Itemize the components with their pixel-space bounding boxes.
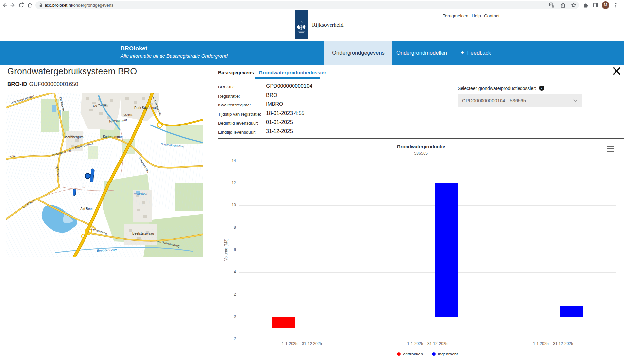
map-label: Ald Beets bbox=[80, 207, 94, 211]
reload-icon[interactable] bbox=[18, 2, 24, 8]
chart-context-menu-icon[interactable] bbox=[607, 146, 615, 153]
map-label: Park Suydervak bbox=[134, 106, 158, 110]
chart-gridline bbox=[239, 272, 616, 273]
back-icon[interactable] bbox=[2, 2, 8, 8]
site-header: Rijksoverheid Terugmelden Help Contact bbox=[0, 10, 624, 41]
map-label: Beetsterzwaag bbox=[132, 232, 154, 235]
translate-icon[interactable] bbox=[549, 2, 555, 8]
chart-gridline bbox=[239, 205, 616, 206]
map-label: Kortehemmen bbox=[103, 135, 123, 139]
y-axis-tick-label: 2 bbox=[223, 292, 236, 297]
field-label: Begintijd levensduur: bbox=[218, 121, 258, 125]
share-icon[interactable] bbox=[560, 2, 566, 8]
chart-subtitle: 536565 bbox=[218, 151, 624, 156]
legend-item-ingebracht[interactable]: ingebracht bbox=[432, 352, 458, 356]
bro-id-line: BRO-IDGUF000000001650 bbox=[7, 81, 78, 87]
x-axis-category-label: 1-1-2025 – 31-12-2025 bbox=[365, 341, 490, 346]
browser-menu-icon[interactable] bbox=[613, 2, 619, 8]
chart-bar-ingebracht[interactable] bbox=[560, 306, 583, 317]
field-value: 31-12-2025 bbox=[266, 128, 293, 134]
y-axis-tick-label: 10 bbox=[223, 203, 236, 207]
chevron-down-icon bbox=[573, 99, 577, 102]
x-axis-category-label: 1-1-2025 – 31-12-2025 bbox=[239, 341, 365, 346]
tab-grondwaterproductiedossier[interactable]: Grondwaterproductiedossier bbox=[259, 70, 326, 75]
chart-gridline bbox=[239, 339, 616, 339]
nav-tab-ondergrondmodellen[interactable]: Ondergrondmodellen bbox=[396, 41, 447, 65]
field-value: BRO bbox=[266, 92, 277, 98]
tab-basisgegevens[interactable]: Basisgegevens bbox=[218, 70, 254, 75]
lock-icon bbox=[39, 3, 43, 7]
tab-row-border bbox=[218, 79, 624, 79]
y-axis-tick-label: 8 bbox=[223, 225, 236, 230]
y-axis-tick-label: 0 bbox=[223, 314, 236, 319]
brand-tagline: Alle informatie uit de Basisregistratie … bbox=[121, 53, 228, 59]
field-label: BRO-ID: bbox=[218, 85, 235, 89]
header-link-contact[interactable]: Contact bbox=[484, 13, 500, 18]
bookmark-star-icon[interactable] bbox=[571, 2, 577, 8]
profile-avatar[interactable]: M bbox=[602, 1, 609, 9]
y-axis-title: Volume (M3) bbox=[224, 230, 228, 269]
map-label: Boornbergum bbox=[64, 135, 84, 139]
url-path: /ondergrondgegevens bbox=[72, 3, 114, 8]
field-label: Registratie: bbox=[218, 94, 240, 99]
chart-title: Grondwaterproductie bbox=[218, 144, 624, 149]
url-text: acc.broloket.nl/ondergrondgegevens bbox=[45, 3, 113, 8]
section-divider bbox=[218, 138, 624, 139]
chart-gridline bbox=[239, 183, 616, 183]
chart-bar-ingebracht[interactable] bbox=[435, 183, 458, 317]
page: acc.broloket.nl/ondergrondgegevens M bbox=[0, 0, 624, 364]
chart-gridline bbox=[239, 161, 616, 161]
side-panel-icon[interactable] bbox=[593, 2, 598, 8]
chart-bar-onttrokken[interactable] bbox=[272, 317, 295, 328]
legend-dot-blue bbox=[432, 352, 436, 356]
nav-tab-feedback[interactable]: ★ Feedback bbox=[460, 41, 491, 65]
header-link-help[interactable]: Help bbox=[472, 13, 481, 18]
x-axis-category-label: 1-1-2025 – 31-12-2025 bbox=[490, 341, 616, 346]
forward-icon[interactable] bbox=[10, 2, 16, 8]
chart-gridline bbox=[239, 295, 616, 295]
field-value: 18-01-2023 4:55 bbox=[266, 110, 304, 116]
feedback-star-icon: ★ bbox=[460, 50, 464, 56]
map-marker-single[interactable] bbox=[73, 189, 76, 196]
map-label: Beetster Feart bbox=[97, 248, 117, 252]
field-label: Kwaliteitsregime: bbox=[218, 103, 251, 107]
dossier-select-value: GPD000000000104 - 536565 bbox=[462, 98, 526, 103]
bro-id-label: BRO-ID bbox=[7, 81, 27, 87]
rijksoverheid-emblem-icon bbox=[295, 10, 308, 39]
legend-item-onttrokken[interactable]: onttrokken bbox=[397, 352, 423, 356]
chart-gridline bbox=[239, 317, 616, 317]
brand-name[interactable]: BROloket bbox=[121, 45, 147, 52]
url-bar[interactable]: acc.broloket.nl/ondergrondgegevens bbox=[35, 1, 579, 9]
home-icon[interactable] bbox=[27, 2, 33, 8]
nav-tab-feedback-label: Feedback bbox=[467, 50, 491, 56]
location-map[interactable]: Drachtster HeaweiDe TriskenDe TriskenPar… bbox=[6, 93, 203, 257]
chart-legend: onttrokken ingebracht bbox=[218, 352, 624, 356]
bro-id-value: GUF000000001650 bbox=[29, 81, 78, 87]
extensions-puzzle-icon[interactable] bbox=[583, 2, 589, 8]
rijksoverheid-logo[interactable] bbox=[295, 10, 308, 39]
field-value: IMBRO bbox=[266, 101, 283, 107]
rijksoverheid-wordmark: Rijksoverheid bbox=[312, 22, 343, 28]
url-domain: acc.broloket.nl bbox=[45, 3, 72, 8]
chart-gridline bbox=[239, 250, 616, 250]
chart-gridline bbox=[239, 228, 616, 228]
nav-tab-ondergrondgegevens[interactable]: Ondergrondgegevens bbox=[324, 41, 392, 65]
y-axis-tick-label: 4 bbox=[223, 270, 236, 274]
field-label: Tijdstip van registratie: bbox=[218, 112, 261, 117]
legend-label: onttrokken bbox=[403, 352, 423, 356]
legend-label: ingebracht bbox=[438, 352, 458, 356]
browser-toolbar: acc.broloket.nl/ondergrondgegevens M bbox=[0, 0, 624, 10]
header-link-terugmelden[interactable]: Terugmelden bbox=[443, 13, 468, 18]
dossier-select[interactable]: GPD000000000104 - 536565 bbox=[458, 94, 582, 107]
field-value: 01-01-2025 bbox=[266, 119, 293, 125]
info-icon[interactable]: i bbox=[539, 86, 544, 91]
dossier-select-label: Selecteer grondwaterproductiedossier: bbox=[458, 86, 536, 91]
map-label: Mearsleat bbox=[134, 192, 147, 195]
field-label: Eindtijd levensduur: bbox=[218, 130, 256, 135]
page-title: Grondwatergebruiksysteem BRO bbox=[7, 67, 137, 77]
y-axis-tick-label: 14 bbox=[223, 158, 236, 163]
y-axis-tick-label: 12 bbox=[223, 181, 236, 185]
field-value: GPD000000000104 bbox=[266, 83, 312, 89]
close-icon[interactable] bbox=[612, 67, 621, 76]
y-axis-tick-label: -2 bbox=[223, 336, 236, 341]
